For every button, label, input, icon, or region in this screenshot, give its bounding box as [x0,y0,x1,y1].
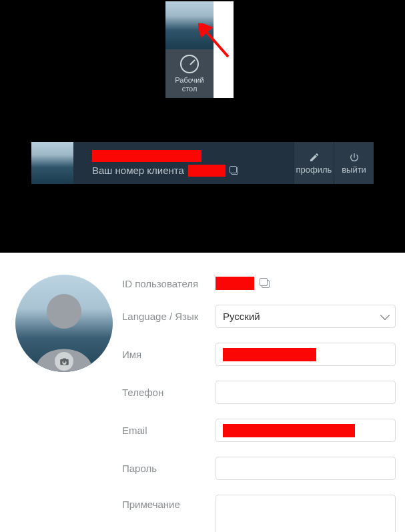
note-textarea[interactable] [216,495,396,532]
client-number-row: Ваш номер клиента [92,165,294,177]
profile-form: ID пользователя Language / Язык Русский … [122,277,396,532]
gauge-icon [180,55,199,73]
language-select[interactable]: Русский [216,305,396,328]
label-language: Language / Язык [122,311,216,322]
app-header: Ваш номер клиента профиль выйти [31,142,374,184]
language-select-value: Русский [223,311,260,322]
redacted-name [223,348,316,361]
header-center: Ваш номер клиента [73,142,294,184]
camera-icon [59,357,69,367]
avatar-camera-button[interactable] [55,352,73,371]
dashboard-label-line2: стол [182,85,197,93]
profile-panel: ID пользователя Language / Язык Русский … [0,253,405,532]
client-number-label: Ваш номер клиента [92,165,184,176]
label-name: Имя [122,349,216,360]
label-password: Пароль [122,463,216,474]
row-phone: Телефон [122,381,396,404]
svg-point-1 [47,294,81,329]
dashboard-label-line1: Рабочий [175,76,204,84]
row-name: Имя [122,343,396,366]
email-input[interactable] [216,419,396,442]
label-user-id: ID пользователя [122,278,216,289]
row-password: Пароль [122,457,396,480]
profile-button[interactable]: профиль [294,142,334,184]
chevron-down-icon [380,310,390,319]
row-email: Email [122,419,396,442]
dashboard-tile[interactable]: Рабочий стол [165,49,214,98]
password-input[interactable] [216,457,396,480]
label-note: Примечание [122,495,216,510]
redacted-title [92,150,201,162]
pencil-icon [309,152,320,163]
redacted-email [223,424,355,437]
avatar [15,275,113,372]
redacted-client-number [188,165,226,177]
power-icon [349,152,360,163]
row-language: Language / Язык Русский [122,305,396,328]
phone-input[interactable] [216,381,396,404]
copy-icon[interactable] [230,166,239,175]
name-input[interactable] [216,343,396,366]
row-user-id: ID пользователя [122,277,396,290]
header-sea-thumbnail [31,142,73,184]
sea-thumbnail [165,1,214,49]
logout-button[interactable]: выйти [334,142,374,184]
row-note: Примечание [122,495,396,532]
redacted-user-id [216,277,254,290]
logout-button-label: выйти [342,165,366,175]
label-phone: Телефон [122,387,216,398]
top-widget: Рабочий стол [165,1,234,98]
profile-button-label: профиль [296,165,332,175]
label-email: Email [122,425,216,436]
header-actions: профиль выйти [294,142,374,184]
copy-icon[interactable] [260,278,270,289]
